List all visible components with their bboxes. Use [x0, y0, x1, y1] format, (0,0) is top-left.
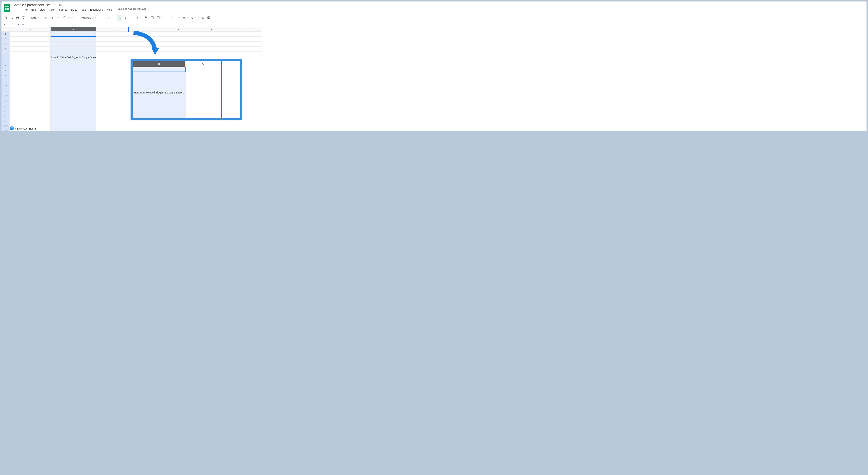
cell-B10[interactable] — [51, 83, 96, 88]
cell-G1[interactable] — [228, 32, 261, 37]
increase-decimal-button[interactable]: .00→ — [61, 15, 67, 21]
cell-C5[interactable] — [96, 52, 129, 63]
currency-button[interactable]: $ — [43, 15, 49, 21]
sheets-logo-icon[interactable] — [4, 4, 10, 12]
column-header-b[interactable]: B — [51, 27, 96, 32]
cell-A14[interactable] — [10, 103, 51, 108]
print-button[interactable] — [15, 15, 21, 21]
cell-B5[interactable]: How To Make Cell Bigger in Google Sheets — [51, 52, 96, 63]
menu-edit[interactable]: Edit — [30, 7, 37, 12]
cell-C3[interactable] — [96, 42, 129, 47]
cell-A2[interactable] — [10, 37, 51, 42]
cell-A17[interactable] — [10, 118, 51, 124]
vertical-align-dropdown[interactable]: ▼ — [174, 15, 182, 21]
menu-file[interactable]: File — [22, 7, 29, 12]
name-box-caret-icon[interactable]: ▼ — [17, 24, 20, 26]
cell-E19[interactable] — [162, 128, 195, 131]
cell-F18[interactable] — [195, 124, 228, 128]
borders-button[interactable] — [149, 15, 155, 21]
insert-link-button[interactable] — [200, 15, 206, 21]
menu-data[interactable]: Data — [69, 7, 78, 12]
cell-A11[interactable] — [10, 88, 51, 93]
cell-B1[interactable] — [51, 32, 96, 37]
undo-button[interactable] — [3, 15, 8, 21]
more-formats-dropdown[interactable]: 123▼ — [67, 15, 76, 21]
cell-B17[interactable] — [51, 118, 96, 124]
cell-B8[interactable] — [51, 73, 96, 78]
cell-B15[interactable] — [51, 108, 96, 113]
cell-A16[interactable] — [10, 113, 51, 118]
cell-B11[interactable] — [51, 88, 96, 93]
cell-C12[interactable] — [96, 93, 129, 98]
row-header-8[interactable]: 8 — [1, 73, 10, 78]
cell-G19[interactable] — [228, 128, 261, 131]
text-rotation-dropdown[interactable]: ▼ — [189, 15, 197, 21]
cell-G18[interactable] — [228, 124, 261, 128]
column-header-f[interactable]: F — [195, 27, 228, 32]
row-header-4[interactable]: 4 — [1, 47, 10, 52]
cell-B2[interactable] — [51, 37, 96, 42]
cell-B4[interactable] — [51, 47, 96, 52]
percent-button[interactable]: % — [49, 15, 55, 21]
cell-D18[interactable] — [129, 124, 162, 128]
cell-C6[interactable] — [96, 63, 129, 68]
cell-E1[interactable] — [162, 32, 195, 37]
cell-C17[interactable] — [96, 118, 129, 124]
cell-F4[interactable] — [195, 47, 228, 52]
document-title[interactable]: Sample Spreadsheet — [13, 3, 44, 7]
menu-view[interactable]: View — [38, 7, 47, 12]
row-header-16[interactable]: 16 — [1, 113, 10, 118]
cell-F1[interactable] — [195, 32, 228, 37]
cell-B12[interactable] — [51, 93, 96, 98]
cell-F2[interactable] — [195, 37, 228, 42]
paint-format-button[interactable] — [21, 15, 26, 21]
cell-B3[interactable] — [51, 42, 96, 47]
star-icon[interactable] — [46, 3, 50, 7]
formula-input[interactable] — [26, 22, 867, 27]
font-size-dropdown[interactable]: 10▼ — [104, 15, 114, 21]
select-all-corner[interactable] — [1, 27, 10, 32]
row-header-3[interactable]: 3 — [1, 42, 10, 47]
cell-C7[interactable] — [96, 68, 129, 73]
cell-F3[interactable] — [195, 42, 228, 47]
horizontal-align-dropdown[interactable]: ▼ — [166, 15, 174, 21]
cell-C14[interactable] — [96, 103, 129, 108]
column-header-e[interactable]: E — [162, 27, 195, 32]
cell-A7[interactable] — [10, 68, 51, 73]
insert-comment-button[interactable] — [206, 15, 212, 21]
cell-A10[interactable] — [10, 83, 51, 88]
cell-B6[interactable] — [51, 63, 96, 68]
cell-A6[interactable] — [10, 63, 51, 68]
move-icon[interactable] — [53, 3, 57, 7]
cell-A5[interactable] — [10, 52, 51, 63]
row-header-1[interactable]: 1 — [1, 32, 10, 37]
font-family-dropdown[interactable]: Default (Ari...▼ — [79, 15, 101, 21]
cell-C13[interactable] — [96, 98, 129, 103]
cell-C19[interactable] — [96, 128, 129, 131]
decrease-decimal-button[interactable]: .0← — [55, 15, 61, 21]
row-header-17[interactable]: 17 — [1, 118, 10, 124]
row-header-14[interactable]: 14 — [1, 103, 10, 108]
fill-color-button[interactable] — [143, 15, 149, 21]
cell-B18[interactable] — [51, 124, 96, 128]
column-resize-handle-icon[interactable] — [128, 27, 129, 32]
cell-A1[interactable] — [10, 32, 51, 37]
cell-B14[interactable] — [51, 103, 96, 108]
column-header-g[interactable]: G — [228, 27, 261, 32]
menu-insert[interactable]: Insert — [48, 7, 57, 12]
cell-B9[interactable] — [51, 78, 96, 83]
menu-help[interactable]: Help — [105, 7, 114, 12]
bold-button[interactable]: B — [117, 15, 122, 21]
menu-tools[interactable]: Tools — [79, 7, 88, 12]
cell-F19[interactable] — [195, 128, 228, 131]
row-header-10[interactable]: 10 — [1, 83, 10, 88]
cell-B16[interactable] — [51, 113, 96, 118]
cell-C2[interactable] — [96, 37, 129, 42]
cell-C10[interactable] — [96, 83, 129, 88]
zoom-dropdown[interactable]: 100%▼ — [30, 15, 40, 21]
cell-A12[interactable] — [10, 93, 51, 98]
row-header-2[interactable]: 2 — [1, 37, 10, 42]
menu-format[interactable]: Format — [58, 7, 69, 12]
cell-A13[interactable] — [10, 98, 51, 103]
cell-E3[interactable] — [162, 42, 195, 47]
